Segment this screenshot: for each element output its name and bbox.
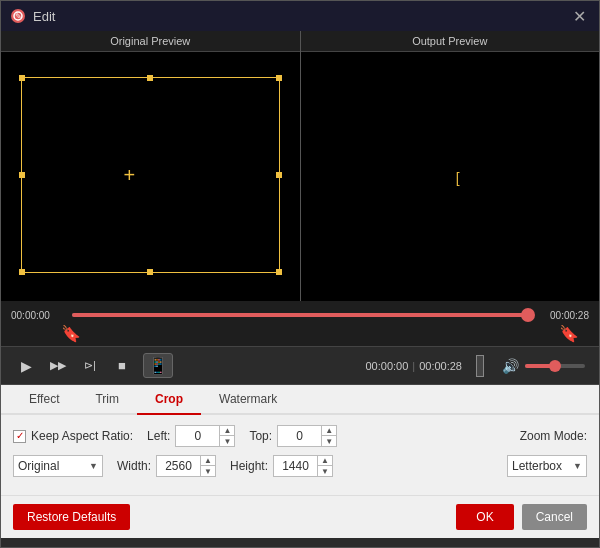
left-input[interactable]: 0 ▲ ▼ <box>175 425 235 447</box>
tab-effect[interactable]: Effect <box>11 385 77 415</box>
tabs-area: Effect Trim Crop Watermark <box>1 385 599 415</box>
output-canvas: [ <box>301 52 600 298</box>
current-time: 00:00:00 <box>365 360 408 372</box>
top-value[interactable]: 0 <box>278 429 321 443</box>
handle-bm[interactable] <box>147 269 153 275</box>
dialog-title: Edit <box>33 9 569 24</box>
ok-button[interactable]: OK <box>456 504 513 530</box>
letterbox-select[interactable]: Letterbox ▼ <box>507 455 587 477</box>
output-preview-label: Output Preview <box>301 31 600 52</box>
letterbox-value: Letterbox <box>512 459 569 473</box>
width-label: Width: <box>117 459 151 473</box>
timeline-slider[interactable] <box>72 307 528 323</box>
crop-row-1: ✓ Keep Aspect Ratio: Left: 0 ▲ ▼ Top: 0 <box>13 425 587 447</box>
height-up[interactable]: ▲ <box>318 456 332 466</box>
top-input[interactable]: 0 ▲ ▼ <box>277 425 337 447</box>
timeline-start-time: 00:00:00 <box>11 310 66 321</box>
top-arrows[interactable]: ▲ ▼ <box>321 426 336 446</box>
close-button[interactable]: ✕ <box>569 6 589 26</box>
fast-forward-button[interactable]: ▶▶ <box>47 355 69 377</box>
width-up[interactable]: ▲ <box>201 456 215 466</box>
height-field-group: Height: 1440 ▲ ▼ <box>230 455 333 477</box>
stop-button[interactable]: ■ <box>111 355 133 377</box>
bracket-icon: [ <box>456 170 460 186</box>
top-up[interactable]: ▲ <box>322 426 336 436</box>
time-display: 00:00:00 | 00:00:28 <box>365 360 462 372</box>
volume-thumb[interactable] <box>549 360 561 372</box>
tab-trim[interactable]: Trim <box>77 385 137 415</box>
trim-handle-right[interactable] <box>476 355 484 377</box>
title-icon: ✎ <box>11 9 25 23</box>
width-input[interactable]: 2560 ▲ ▼ <box>156 455 216 477</box>
width-down[interactable]: ▼ <box>201 466 215 476</box>
timeline-fill <box>72 313 528 317</box>
left-marker-icon: 🔖 <box>11 324 81 343</box>
height-label: Height: <box>230 459 268 473</box>
preset-select[interactable]: Original ▼ <box>13 455 103 477</box>
time-separator: | <box>412 360 415 372</box>
top-field-group: Top: 0 ▲ ▼ <box>249 425 337 447</box>
left-up[interactable]: ▲ <box>220 426 234 436</box>
title-bar: ✎ Edit ✕ <box>1 1 599 31</box>
tab-watermark[interactable]: Watermark <box>201 385 295 415</box>
preset-arrow-icon: ▼ <box>89 461 98 471</box>
handle-tm[interactable] <box>147 75 153 81</box>
timeline-end-time: 00:00:28 <box>534 310 589 321</box>
volume-area: 🔊 <box>502 358 585 374</box>
tabs-row: Effect Trim Crop Watermark <box>1 385 599 415</box>
zoom-mode-label: Zoom Mode: <box>520 429 587 443</box>
keep-aspect-ratio-checkbox[interactable]: ✓ <box>13 430 26 443</box>
left-label: Left: <box>147 429 170 443</box>
edit-dialog: ✎ Edit ✕ Original Preview + <box>0 0 600 548</box>
checkbox-check-icon: ✓ <box>16 431 24 441</box>
handle-mr[interactable] <box>276 172 282 178</box>
crop-overlay[interactable] <box>21 77 280 273</box>
top-label: Top: <box>249 429 272 443</box>
handle-ml[interactable] <box>19 172 25 178</box>
height-down[interactable]: ▼ <box>318 466 332 476</box>
right-marker-icon: 🔖 <box>559 324 589 343</box>
original-preview-label: Original Preview <box>1 31 300 52</box>
bottom-bar: Restore Defaults OK Cancel <box>1 495 599 538</box>
left-field-group: Left: 0 ▲ ▼ <box>147 425 235 447</box>
preset-value: Original <box>18 459 85 473</box>
timeline-area: 00:00:00 00:00:28 🔖 🔖 <box>1 301 599 346</box>
play-button[interactable]: ▶ <box>15 355 37 377</box>
height-value[interactable]: 1440 <box>274 459 317 473</box>
preview-area: Original Preview + Output Preview [ <box>1 31 599 301</box>
top-down[interactable]: ▼ <box>322 436 336 446</box>
cancel-button[interactable]: Cancel <box>522 504 587 530</box>
tab-crop[interactable]: Crop <box>137 385 201 415</box>
restore-defaults-button[interactable]: Restore Defaults <box>13 504 130 530</box>
crop-options: ✓ Keep Aspect Ratio: Left: 0 ▲ ▼ Top: 0 <box>1 415 599 495</box>
handle-tl[interactable] <box>19 75 25 81</box>
left-arrows[interactable]: ▲ ▼ <box>219 426 234 446</box>
svg-text:✎: ✎ <box>15 12 22 21</box>
width-arrows[interactable]: ▲ ▼ <box>200 456 215 476</box>
volume-icon: 🔊 <box>502 358 519 374</box>
phone-frame-icon: 📱 <box>143 353 173 378</box>
handle-br[interactable] <box>276 269 282 275</box>
height-arrows[interactable]: ▲ ▼ <box>317 456 332 476</box>
keep-aspect-ratio-label: ✓ Keep Aspect Ratio: <box>13 429 133 443</box>
handle-tr[interactable] <box>276 75 282 81</box>
frame-forward-button[interactable]: ⊳| <box>79 355 101 377</box>
output-preview-panel: Output Preview [ <box>301 31 600 301</box>
crosshair-icon: + <box>124 164 136 187</box>
width-value[interactable]: 2560 <box>157 459 200 473</box>
original-preview-panel: Original Preview + <box>1 31 301 301</box>
volume-slider[interactable] <box>525 364 585 368</box>
controls-row: ▶ ▶▶ ⊳| ■ 📱 00:00:00 | 00:00:28 🔊 <box>1 346 599 385</box>
crop-row-2: Original ▼ Width: 2560 ▲ ▼ Height: 1440 <box>13 455 587 477</box>
width-field-group: Width: 2560 ▲ ▼ <box>117 455 216 477</box>
left-value[interactable]: 0 <box>176 429 219 443</box>
height-input[interactable]: 1440 ▲ ▼ <box>273 455 333 477</box>
letterbox-arrow-icon: ▼ <box>573 461 582 471</box>
timeline-thumb[interactable] <box>521 308 535 322</box>
handle-bl[interactable] <box>19 269 25 275</box>
left-down[interactable]: ▼ <box>220 436 234 446</box>
original-canvas: + <box>1 52 300 298</box>
total-time: 00:00:28 <box>419 360 462 372</box>
